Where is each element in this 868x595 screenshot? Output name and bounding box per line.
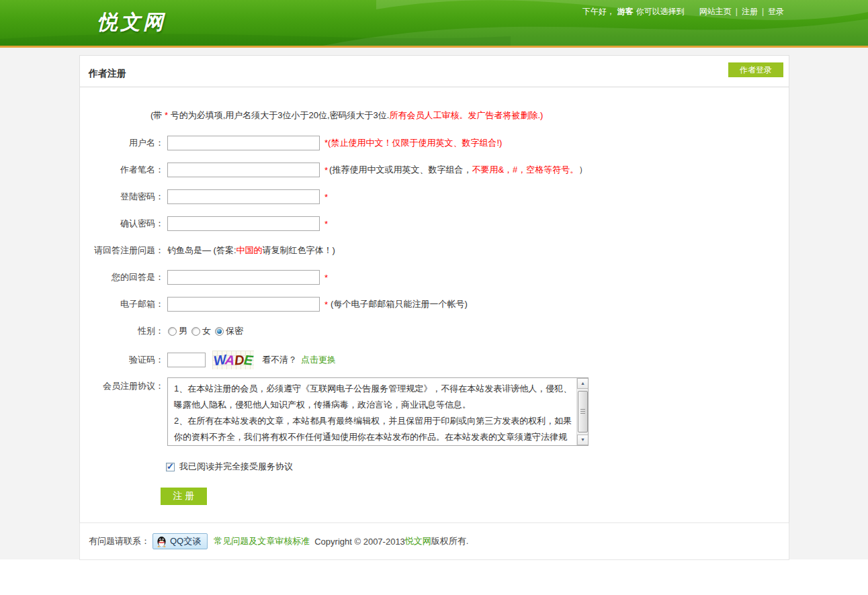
- captcha-label: 验证码：: [89, 354, 164, 366]
- submit-row: 注 册: [161, 488, 789, 505]
- agreement-label: 会员注册协议：: [89, 377, 164, 392]
- username-input[interactable]: [167, 136, 320, 150]
- gender-option-female-label: 女: [202, 325, 211, 337]
- panel-header: 作者注册 作者登录: [80, 56, 789, 87]
- penname-hint: (推荐使用中文或用英文、数字组合，: [329, 164, 472, 176]
- required-star: *: [324, 192, 328, 202]
- register-button[interactable]: 注 册: [161, 488, 207, 505]
- nav-register-link[interactable]: 注册: [742, 7, 758, 16]
- note-text: 号的为必填项,用户名须大于3位小于20位,密码须大于3位.: [168, 110, 389, 120]
- gender-radio-female[interactable]: [191, 327, 200, 336]
- confirm-password-row: 确认密码： *: [89, 216, 789, 231]
- security-question-label: 请回答注册问题：: [89, 244, 164, 257]
- required-star: *: [324, 273, 328, 283]
- qq-penguin-icon: [157, 536, 167, 547]
- security-question-tail: 请复制红色字体！): [263, 244, 335, 257]
- gender-radio-secret[interactable]: [215, 327, 224, 336]
- required-star: *: [324, 219, 328, 229]
- email-label: 电子邮箱：: [89, 298, 164, 310]
- gender-radio-male[interactable]: [168, 327, 177, 336]
- registration-panel: 作者注册 作者登录 (带 * 号的为必填项,用户名须大于3位小于20位,密码须大…: [79, 55, 789, 534]
- page-title: 作者注册: [89, 68, 126, 80]
- site-header: 悦文网 下午好，游客你可以选择到网站主页|注册|登录: [0, 0, 868, 46]
- scroll-down-icon[interactable]: ▼: [577, 434, 589, 445]
- copyright-text: Copyright © 2007-2013: [314, 537, 405, 547]
- confirm-password-label: 确认密码：: [89, 218, 164, 230]
- penname-label: 作者笔名：: [89, 164, 164, 176]
- terms-row: 我已阅读并完全接受服务协议: [166, 461, 789, 473]
- top-navigation: 下午好，游客你可以选择到网站主页|注册|登录: [582, 6, 788, 17]
- site-logo[interactable]: 悦文网: [97, 9, 166, 36]
- author-login-button[interactable]: 作者登录: [728, 62, 783, 77]
- copyright-site-name: 悦文网: [405, 535, 431, 547]
- captcha-unclear-text: 看不清？: [262, 354, 297, 366]
- email-input[interactable]: [167, 297, 320, 312]
- username-label: 用户名：: [89, 137, 164, 149]
- answer-label: 您的回答是：: [89, 271, 164, 283]
- username-hint: *(禁止使用中文！仅限于使用英文、数字组合!): [324, 137, 502, 149]
- answer-row: 您的回答是： *: [89, 270, 789, 285]
- header-orange-divider: [0, 46, 868, 48]
- password-input[interactable]: [167, 189, 320, 204]
- captcha-row: 验证码： WADE 看不清？ 点击更换: [89, 351, 789, 369]
- scroll-up-icon[interactable]: ▲: [577, 378, 589, 389]
- note-warning-red: 所有会员人工审核。发广告者将被删除.): [389, 110, 543, 120]
- contact-label: 有问题请联系：: [89, 535, 150, 547]
- email-row: 电子邮箱： * (每个电子邮邮箱只能注册一个帐号): [89, 297, 789, 312]
- terms-label: 我已阅读并完全接受服务协议: [179, 461, 293, 473]
- agreement-text: 1、在本站注册的会员，必须遵守《互联网电子公告服务管理规定》，不得在本站发表诽谤…: [168, 378, 576, 445]
- nav-home-link[interactable]: 网站主页: [699, 7, 732, 16]
- terms-checkbox[interactable]: [166, 463, 175, 471]
- answer-input[interactable]: [167, 270, 320, 285]
- captcha-letter: E: [243, 352, 253, 368]
- password-label: 登陆密码：: [89, 191, 164, 203]
- password-row: 登陆密码： *: [89, 189, 789, 204]
- nav-separator: |: [762, 7, 764, 16]
- agreement-paragraph: 2、在所有在本站发表的文章，本站都具有最终编辑权，并且保留用于印刷或向第三方发表…: [174, 413, 572, 445]
- penname-input[interactable]: [167, 163, 320, 177]
- agreement-paragraph: 1、在本站注册的会员，必须遵守《互联网电子公告服务管理规定》，不得在本站发表诽谤…: [174, 381, 572, 413]
- captcha-image[interactable]: WADE: [212, 351, 254, 369]
- greeting-text: 下午好，: [582, 7, 615, 16]
- agreement-scrollbar[interactable]: ▲ ▼: [576, 378, 588, 445]
- email-hint: (每个电子邮邮箱只能注册一个帐号): [331, 298, 468, 310]
- faq-link[interactable]: 常见问题及文章审核标准: [214, 535, 310, 547]
- qq-chat-label: QQ交谈: [170, 535, 201, 547]
- confirm-password-input[interactable]: [167, 216, 320, 231]
- nav-separator: |: [736, 7, 738, 16]
- captcha-input[interactable]: [167, 353, 206, 367]
- gueste-name: 游客: [617, 7, 634, 16]
- security-question-answer: 中国的: [236, 244, 263, 257]
- captcha-refresh-link[interactable]: 点击更换: [301, 354, 336, 366]
- registration-form: (带 * 号的为必填项,用户名须大于3位小于20位,密码须大于3位.所有会员人工…: [80, 87, 789, 533]
- security-question-row: 请回答注册问题： 钓鱼岛是— (答案:中国的 请复制红色字体！): [89, 243, 789, 258]
- gender-label: 性别：: [89, 325, 164, 337]
- choose-text: 你可以选择到: [636, 7, 685, 16]
- gender-row: 性别： 男 女 保密: [89, 324, 789, 338]
- page-footer: 有问题请联系： QQ交谈 常见问题及文章审核标准 Copyright © 200…: [79, 522, 789, 560]
- agreement-row: 会员注册协议： 1、在本站注册的会员，必须遵守《互联网电子公告服务管理规定》，不…: [89, 377, 789, 446]
- agreement-textarea[interactable]: 1、在本站注册的会员，必须遵守《互联网电子公告服务管理规定》，不得在本站发表诽谤…: [167, 377, 589, 446]
- scrollbar-thumb[interactable]: [578, 391, 588, 432]
- required-star: *: [324, 165, 328, 175]
- nav-login-link[interactable]: 登录: [768, 7, 784, 16]
- username-row: 用户名： *(禁止使用中文！仅限于使用英文、数字组合!): [89, 136, 789, 150]
- penname-hint-red: 不要用&，#，空格等符号。: [472, 164, 578, 176]
- gender-option-male-label: 男: [179, 325, 187, 337]
- penname-hint-close: ）: [578, 164, 587, 176]
- penname-row: 作者笔名： * (推荐使用中文或用英文、数字组合，不要用&，#，空格等符号。）: [89, 163, 789, 177]
- security-question-text: 钓鱼岛是— (答案:: [167, 244, 236, 257]
- form-requirements-note: (带 * 号的为必填项,用户名须大于3位小于20位,密码须大于3位.所有会员人工…: [150, 110, 789, 121]
- required-star: *: [324, 300, 328, 310]
- note-text: (带: [150, 110, 165, 120]
- qq-chat-button[interactable]: QQ交谈: [153, 533, 208, 549]
- gender-option-secret-label: 保密: [226, 325, 243, 337]
- copyright-suffix: 版权所有.: [431, 535, 469, 547]
